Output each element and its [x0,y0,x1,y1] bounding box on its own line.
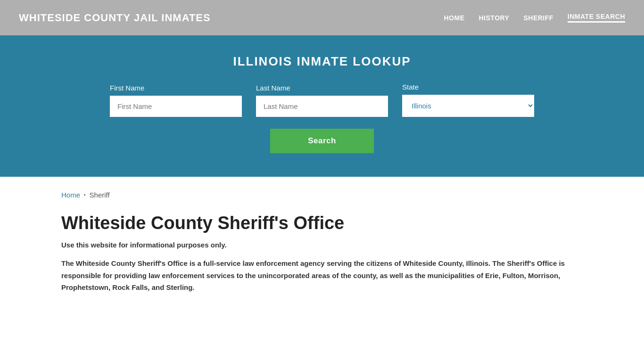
state-select[interactable]: Illinois [402,95,534,117]
nav-home[interactable]: HOME [444,14,465,22]
first-name-group: First Name [110,84,242,117]
first-name-label: First Name [110,84,242,92]
last-name-label: Last Name [256,84,388,92]
search-fields: First Name Last Name State Illinois [61,83,583,117]
breadcrumb: Home • Sheriff [61,191,583,199]
page-title: Whiteside County Sheriff's Office [61,213,583,233]
search-button[interactable]: Search [270,129,374,153]
nav-sheriff[interactable]: SHERIFF [523,14,553,22]
last-name-group: Last Name [256,84,388,117]
last-name-input[interactable] [256,96,388,117]
breadcrumb-current: Sheriff [90,191,110,199]
nav-history[interactable]: HISTORY [479,14,510,22]
search-section-title: ILLINOIS INMATE LOOKUP [61,54,583,69]
main-content: Whiteside County Sheriff's Office Use th… [0,204,644,320]
breadcrumb-section: Home • Sheriff [0,177,644,204]
search-section: ILLINOIS INMATE LOOKUP First Name Last N… [0,35,644,177]
state-label: State [402,83,534,91]
breadcrumb-separator: • [84,192,86,197]
nav-inmate-search[interactable]: INMATE SEARCH [568,13,625,23]
first-name-input[interactable] [110,96,242,117]
search-btn-row: Search [61,129,583,153]
main-nav: HOME HISTORY SHERIFF INMATE SEARCH [444,13,626,23]
disclaimer-text: Use this website for informational purpo… [61,241,583,249]
state-group: State Illinois [402,83,534,117]
site-title: WHITESIDE COUNTY JAIL INMATES [19,12,211,24]
site-header: WHITESIDE COUNTY JAIL INMATES HOME HISTO… [0,0,644,35]
description-text: The Whiteside County Sheriff's Office is… [61,257,583,294]
breadcrumb-home-link[interactable]: Home [61,191,80,199]
